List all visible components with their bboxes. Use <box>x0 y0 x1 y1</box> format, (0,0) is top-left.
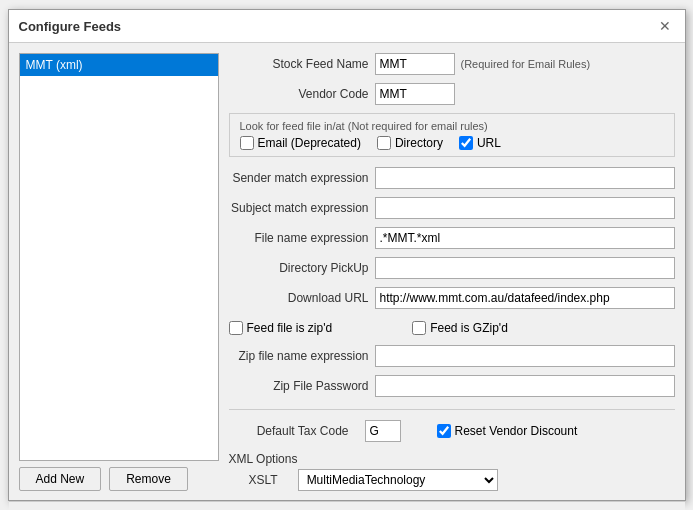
stock-feed-name-row: Stock Feed Name (Required for Email Rule… <box>229 53 675 75</box>
lookup-legend: Look for feed file in/at (Not required f… <box>240 120 664 132</box>
reset-vendor-item[interactable]: Reset Vendor Discount <box>437 424 578 438</box>
vendor-code-input[interactable] <box>375 83 455 105</box>
zip-password-row: Zip File Password <box>229 375 675 397</box>
url-checkbox-item[interactable]: URL <box>459 136 501 150</box>
xml-options-section: XML Options XSLT MultiMediaTechnology De… <box>229 452 675 491</box>
close-button[interactable]: ✕ <box>655 16 675 36</box>
directory-checkbox-item[interactable]: Directory <box>377 136 443 150</box>
filename-input[interactable] <box>375 227 675 249</box>
subject-row: Subject match expression <box>229 197 675 219</box>
zip-filename-input[interactable] <box>375 345 675 367</box>
directory-label: Directory <box>395 136 443 150</box>
default-tax-input[interactable] <box>365 420 401 442</box>
list-item[interactable]: MMT (xml) <box>20 54 218 76</box>
zip-filename-label: Zip file name expression <box>229 349 369 363</box>
directory-pickup-input[interactable] <box>375 257 675 279</box>
feed-zipd-label: Feed file is zip'd <box>247 321 333 335</box>
zip-checkbox-row: Feed file is zip'd Feed is GZip'd <box>229 321 675 335</box>
email-checkbox-item[interactable]: Email (Deprecated) <box>240 136 361 150</box>
stock-feed-name-input[interactable] <box>375 53 455 75</box>
required-note: (Required for Email Rules) <box>461 58 591 70</box>
reset-vendor-checkbox[interactable] <box>437 424 451 438</box>
download-url-input[interactable] <box>375 287 675 309</box>
xslt-row: XSLT MultiMediaTechnology Default Custom <box>249 469 675 491</box>
download-url-label: Download URL <box>229 291 369 305</box>
feed-gzipd-item[interactable]: Feed is GZip'd <box>412 321 508 335</box>
tax-row: Default Tax Code Reset Vendor Discount <box>229 420 675 442</box>
title-bar: Configure Feeds ✕ <box>9 10 685 43</box>
stock-feed-name-label: Stock Feed Name <box>229 57 369 71</box>
zip-password-label: Zip File Password <box>229 379 369 393</box>
zip-password-input[interactable] <box>375 375 675 397</box>
email-checkbox[interactable] <box>240 136 254 150</box>
dialog-title: Configure Feeds <box>19 19 122 34</box>
subject-label: Subject match expression <box>229 201 369 215</box>
directory-checkbox[interactable] <box>377 136 391 150</box>
default-tax-label: Default Tax Code <box>229 424 349 438</box>
filename-label: File name expression <box>229 231 369 245</box>
feed-gzipd-label: Feed is GZip'd <box>430 321 508 335</box>
left-panel: MMT (xml) Add New Remove <box>19 53 219 491</box>
vendor-code-label: Vendor Code <box>229 87 369 101</box>
sender-label: Sender match expression <box>229 171 369 185</box>
directory-pickup-row: Directory PickUp <box>229 257 675 279</box>
footer: Save Cancel <box>9 501 685 510</box>
subject-input[interactable] <box>375 197 675 219</box>
sender-row: Sender match expression <box>229 167 675 189</box>
download-url-row: Download URL <box>229 287 675 309</box>
feed-zipd-checkbox[interactable] <box>229 321 243 335</box>
configure-feeds-dialog: Configure Feeds ✕ MMT (xml) Add New Remo… <box>8 9 686 501</box>
sender-input[interactable] <box>375 167 675 189</box>
xslt-label: XSLT <box>249 473 278 487</box>
feed-zipd-item[interactable]: Feed file is zip'd <box>229 321 333 335</box>
filename-row: File name expression <box>229 227 675 249</box>
xml-options-label: XML Options <box>229 452 675 466</box>
add-new-button[interactable]: Add New <box>19 467 102 491</box>
directory-pickup-label: Directory PickUp <box>229 261 369 275</box>
url-label: URL <box>477 136 501 150</box>
vendor-code-row: Vendor Code <box>229 83 675 105</box>
lookup-group: Look for feed file in/at (Not required f… <box>229 113 675 157</box>
remove-button[interactable]: Remove <box>109 467 188 491</box>
separator <box>229 409 675 410</box>
reset-vendor-label: Reset Vendor Discount <box>455 424 578 438</box>
right-panel: Stock Feed Name (Required for Email Rule… <box>229 53 675 491</box>
zip-filename-row: Zip file name expression <box>229 345 675 367</box>
email-label: Email (Deprecated) <box>258 136 361 150</box>
xslt-select[interactable]: MultiMediaTechnology Default Custom <box>298 469 498 491</box>
feed-gzipd-checkbox[interactable] <box>412 321 426 335</box>
url-checkbox[interactable] <box>459 136 473 150</box>
feed-list[interactable]: MMT (xml) <box>19 53 219 461</box>
